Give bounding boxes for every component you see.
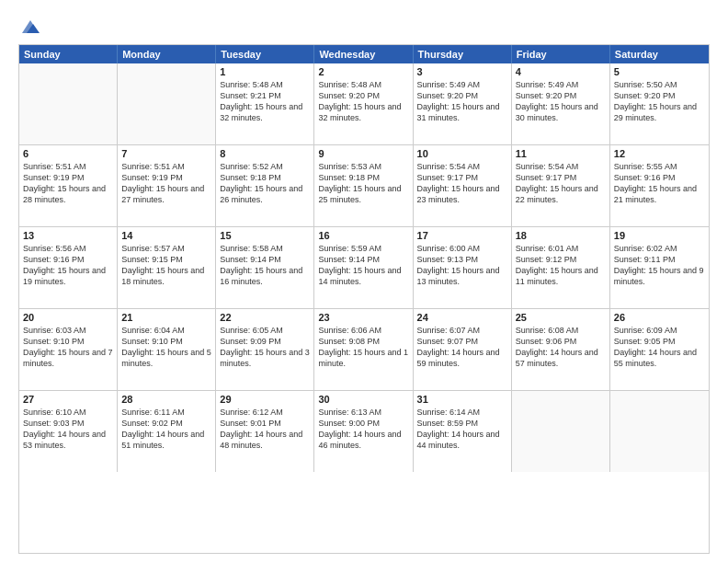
day-number: 15 <box>220 230 310 241</box>
day-number: 13 <box>23 230 113 241</box>
cell-detail: Sunset: 9:18 PM <box>318 172 408 183</box>
cell-detail: Sunset: 9:17 PM <box>516 172 606 183</box>
calendar-cell: 9Sunrise: 5:53 AMSunset: 9:18 PMDaylight… <box>314 145 413 226</box>
cell-detail: Sunset: 9:20 PM <box>417 90 507 101</box>
calendar-cell: 10Sunrise: 5:54 AMSunset: 9:17 PMDayligh… <box>414 145 512 226</box>
calendar-cell: 14Sunrise: 5:57 AMSunset: 9:15 PMDayligh… <box>118 227 216 308</box>
cell-detail: Sunrise: 5:52 AM <box>220 161 310 172</box>
calendar-header-cell: Friday <box>512 45 610 63</box>
calendar-body: 1Sunrise: 5:48 AMSunset: 9:21 PMDaylight… <box>19 63 709 472</box>
cell-detail: Daylight: 14 hours and 44 minutes. <box>417 429 507 451</box>
calendar-cell: 8Sunrise: 5:52 AMSunset: 9:18 PMDaylight… <box>216 145 314 226</box>
cell-detail: Sunset: 9:10 PM <box>121 336 211 347</box>
cell-detail: Sunrise: 5:59 AM <box>318 243 408 254</box>
cell-detail: Sunrise: 5:54 AM <box>417 161 507 172</box>
cell-detail: Sunset: 9:16 PM <box>614 172 705 183</box>
cell-detail: Sunrise: 6:10 AM <box>23 407 113 418</box>
page: SundayMondayTuesdayWednesdayThursdayFrid… <box>0 0 728 563</box>
cell-detail: Sunrise: 6:00 AM <box>417 243 507 254</box>
cell-detail: Daylight: 14 hours and 57 minutes. <box>516 347 606 369</box>
cell-detail: Daylight: 15 hours and 27 minutes. <box>121 183 211 205</box>
day-number: 29 <box>220 394 310 405</box>
calendar-header-cell: Tuesday <box>216 45 314 63</box>
cell-detail: Sunset: 9:17 PM <box>417 172 507 183</box>
cell-detail: Sunset: 9:09 PM <box>220 336 310 347</box>
calendar-cell: 28Sunrise: 6:11 AMSunset: 9:02 PMDayligh… <box>118 391 216 472</box>
cell-detail: Sunrise: 5:49 AM <box>516 79 606 90</box>
cell-detail: Sunrise: 6:01 AM <box>516 243 606 254</box>
cell-detail: Sunrise: 6:09 AM <box>614 325 705 336</box>
calendar-cell: 23Sunrise: 6:06 AMSunset: 9:08 PMDayligh… <box>314 309 413 390</box>
cell-detail: Daylight: 15 hours and 19 minutes. <box>23 265 113 287</box>
calendar-week: 20Sunrise: 6:03 AMSunset: 9:10 PMDayligh… <box>19 308 709 390</box>
cell-detail: Sunset: 9:16 PM <box>23 254 113 265</box>
cell-detail: Daylight: 14 hours and 59 minutes. <box>417 347 507 369</box>
cell-detail: Daylight: 15 hours and 28 minutes. <box>23 183 113 205</box>
calendar-header: SundayMondayTuesdayWednesdayThursdayFrid… <box>19 45 709 63</box>
cell-detail: Sunset: 8:59 PM <box>417 418 507 429</box>
day-number: 17 <box>417 230 507 241</box>
calendar-cell <box>512 391 610 472</box>
cell-detail: Sunset: 9:15 PM <box>121 254 211 265</box>
day-number: 10 <box>417 148 507 159</box>
cell-detail: Sunset: 9:00 PM <box>318 418 408 429</box>
cell-detail: Daylight: 15 hours and 11 minutes. <box>516 265 606 287</box>
calendar-cell: 2Sunrise: 5:48 AMSunset: 9:20 PMDaylight… <box>314 63 413 144</box>
cell-detail: Daylight: 15 hours and 21 minutes. <box>614 183 705 205</box>
cell-detail: Sunrise: 5:50 AM <box>614 79 705 90</box>
cell-detail: Sunset: 9:11 PM <box>614 254 705 265</box>
cell-detail: Sunset: 9:02 PM <box>121 418 211 429</box>
day-number: 24 <box>417 312 507 323</box>
day-number: 31 <box>417 394 507 405</box>
calendar-week: 13Sunrise: 5:56 AMSunset: 9:16 PMDayligh… <box>19 226 709 308</box>
cell-detail: Daylight: 15 hours and 26 minutes. <box>220 183 310 205</box>
cell-detail: Sunset: 9:14 PM <box>318 254 408 265</box>
calendar-cell: 24Sunrise: 6:07 AMSunset: 9:07 PMDayligh… <box>414 309 512 390</box>
cell-detail: Sunset: 9:07 PM <box>417 336 507 347</box>
calendar: SundayMondayTuesdayWednesdayThursdayFrid… <box>18 44 710 554</box>
cell-detail: Sunrise: 5:57 AM <box>121 243 211 254</box>
cell-detail: Sunrise: 6:04 AM <box>121 325 211 336</box>
cell-detail: Sunset: 9:19 PM <box>121 172 211 183</box>
cell-detail: Sunset: 9:08 PM <box>318 336 408 347</box>
calendar-header-cell: Wednesday <box>314 45 413 63</box>
calendar-cell: 12Sunrise: 5:55 AMSunset: 9:16 PMDayligh… <box>610 145 709 226</box>
day-number: 8 <box>220 148 310 159</box>
cell-detail: Sunset: 9:13 PM <box>417 254 507 265</box>
calendar-week: 6Sunrise: 5:51 AMSunset: 9:19 PMDaylight… <box>19 144 709 226</box>
day-number: 26 <box>614 312 705 323</box>
cell-detail: Sunrise: 5:55 AM <box>614 161 705 172</box>
cell-detail: Daylight: 15 hours and 3 minutes. <box>220 347 310 369</box>
cell-detail: Sunset: 9:19 PM <box>23 172 113 183</box>
cell-detail: Sunrise: 6:08 AM <box>516 325 606 336</box>
cell-detail: Sunset: 9:20 PM <box>318 90 408 101</box>
calendar-cell: 17Sunrise: 6:00 AMSunset: 9:13 PMDayligh… <box>414 227 512 308</box>
cell-detail: Sunrise: 5:48 AM <box>220 79 310 90</box>
calendar-cell: 3Sunrise: 5:49 AMSunset: 9:20 PMDaylight… <box>414 63 512 144</box>
cell-detail: Sunrise: 6:02 AM <box>614 243 705 254</box>
cell-detail: Sunrise: 5:48 AM <box>318 79 408 90</box>
day-number: 12 <box>614 148 705 159</box>
calendar-cell: 27Sunrise: 6:10 AMSunset: 9:03 PMDayligh… <box>19 391 118 472</box>
calendar-header-cell: Sunday <box>19 45 118 63</box>
calendar-header-cell: Thursday <box>414 45 512 63</box>
day-number: 9 <box>318 148 408 159</box>
day-number: 16 <box>318 230 408 241</box>
calendar-week: 1Sunrise: 5:48 AMSunset: 9:21 PMDaylight… <box>19 63 709 144</box>
cell-detail: Sunrise: 6:13 AM <box>318 407 408 418</box>
cell-detail: Sunset: 9:18 PM <box>220 172 310 183</box>
calendar-cell: 1Sunrise: 5:48 AMSunset: 9:21 PMDaylight… <box>216 63 314 144</box>
calendar-cell: 7Sunrise: 5:51 AMSunset: 9:19 PMDaylight… <box>118 145 216 226</box>
calendar-cell: 22Sunrise: 6:05 AMSunset: 9:09 PMDayligh… <box>216 309 314 390</box>
calendar-cell: 29Sunrise: 6:12 AMSunset: 9:01 PMDayligh… <box>216 391 314 472</box>
cell-detail: Sunset: 9:20 PM <box>516 90 606 101</box>
cell-detail: Daylight: 15 hours and 18 minutes. <box>121 265 211 287</box>
cell-detail: Daylight: 15 hours and 31 minutes. <box>417 101 507 123</box>
header <box>18 17 710 37</box>
day-number: 30 <box>318 394 408 405</box>
cell-detail: Sunset: 9:20 PM <box>614 90 705 101</box>
day-number: 23 <box>318 312 408 323</box>
day-number: 4 <box>516 66 606 77</box>
day-number: 1 <box>220 66 310 77</box>
day-number: 6 <box>23 148 113 159</box>
